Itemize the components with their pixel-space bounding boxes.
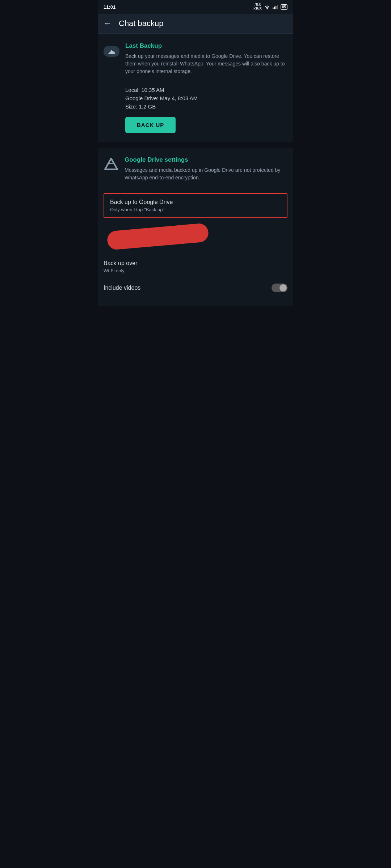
backup-to-drive-title: Back up to Google Drive (110, 199, 281, 205)
toggle-knob (279, 284, 287, 292)
network-speed: 78.0 KB/S (253, 3, 262, 11)
svg-rect-3 (277, 5, 278, 9)
google-drive-header: Google Drive settings Messages and media… (104, 156, 287, 187)
include-videos-toggle[interactable] (272, 284, 287, 292)
google-drive-description: Messages and media backed up in Google D… (125, 166, 287, 182)
last-backup-title: Last Backup (125, 42, 287, 50)
redaction-blob (106, 223, 209, 250)
google-drive-title: Google Drive settings (125, 156, 287, 163)
backup-to-google-drive-row[interactable]: Back up to Google Drive Only when I tap … (104, 193, 287, 218)
battery-level: 85 (281, 4, 287, 10)
status-bar: 11:01 78.0 KB/S 85 (98, 0, 293, 14)
include-videos-label: Include videos (104, 285, 140, 291)
wifi-icon (264, 4, 270, 9)
back-button[interactable]: ← (104, 19, 112, 28)
backup-info: Local: 10:35 AM Google Drive: May 4, 8:0… (104, 87, 287, 110)
backup-size: Size: 1.2 GB (125, 103, 287, 110)
back-up-button[interactable]: BACK UP (125, 117, 176, 133)
last-backup-body: Last Backup Back up your messages and me… (125, 42, 287, 81)
google-drive-time: Google Drive: May 4, 8:03 AM (125, 95, 287, 101)
app-bar: ← Chat backup (98, 14, 293, 34)
backup-over-subtitle: Wi-Fi only (104, 268, 287, 273)
backup-over-title: Back up over (104, 260, 287, 267)
status-time: 11:01 (104, 4, 115, 10)
google-drive-icon (104, 157, 119, 172)
include-videos-row[interactable]: Include videos (104, 278, 287, 297)
svg-rect-2 (276, 6, 276, 9)
page-title: Chat backup (119, 19, 164, 28)
svg-rect-1 (274, 7, 275, 9)
signal-icon (273, 4, 278, 9)
backup-over-row[interactable]: Back up over Wi-Fi only (104, 255, 287, 278)
backup-to-drive-subtitle: Only when I tap "Back up" (110, 207, 281, 212)
upload-cloud-icon: ☁ ↑ (104, 43, 119, 59)
status-right: 78.0 KB/S 85 (253, 3, 287, 11)
redacted-account-area (104, 224, 287, 249)
google-drive-body: Google Drive settings Messages and media… (125, 156, 287, 187)
svg-text:↑: ↑ (110, 48, 113, 54)
section-divider (98, 145, 293, 148)
last-backup-header: ☁ ↑ Last Backup Back up your messages an… (104, 42, 287, 81)
google-drive-section: Google Drive settings Messages and media… (98, 148, 293, 306)
last-backup-section: ☁ ↑ Last Backup Back up your messages an… (98, 34, 293, 142)
last-backup-description: Back up your messages and media to Googl… (125, 52, 287, 75)
local-time: Local: 10:35 AM (125, 87, 287, 93)
svg-rect-0 (273, 8, 273, 9)
